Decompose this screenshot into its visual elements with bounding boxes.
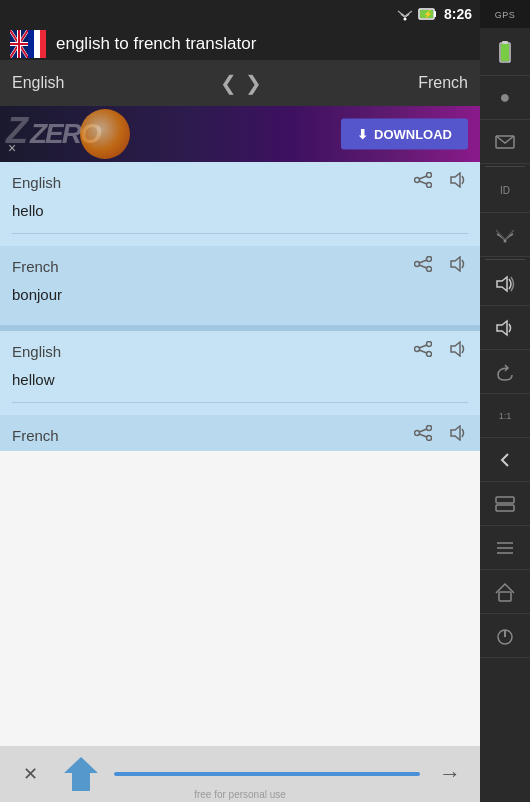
svg-point-33	[415, 178, 420, 183]
source-share-icon-1[interactable]	[414, 172, 432, 192]
source-text-1: hello	[12, 198, 468, 227]
svg-point-46	[427, 352, 432, 357]
back-icon[interactable]	[480, 438, 530, 482]
home-button[interactable]	[60, 753, 102, 795]
svg-line-36	[419, 181, 427, 184]
bottom-forward-button[interactable]: →	[432, 756, 468, 792]
svg-line-48	[419, 350, 427, 353]
download-arrow-icon: ⬇	[357, 127, 368, 142]
svg-rect-17	[434, 11, 436, 17]
ad-close-button[interactable]: ×	[8, 140, 16, 156]
right-panel: GPS ● ID 1:1	[480, 0, 530, 802]
signal-icon	[480, 213, 530, 257]
svg-rect-1	[502, 41, 508, 44]
source-share-icon-2[interactable]	[414, 341, 432, 361]
source-card-header-2: English	[12, 341, 468, 361]
status-bar: ⚡ 8:26	[0, 0, 480, 28]
power-icon[interactable]	[480, 614, 530, 658]
source-volume-icon-2[interactable]	[448, 341, 468, 361]
source-language-label: English	[12, 74, 64, 92]
svg-rect-7	[496, 497, 514, 503]
volume-up-icon[interactable]	[480, 262, 530, 306]
volume-down-icon[interactable]	[480, 306, 530, 350]
svg-rect-31	[40, 30, 46, 58]
source-card-1: English hello	[0, 162, 480, 244]
svg-rect-8	[496, 505, 514, 511]
svg-line-35	[419, 176, 427, 179]
target-card-header-1: French	[12, 256, 468, 276]
svg-rect-2	[501, 44, 509, 61]
target-lang-label-2: French	[12, 427, 59, 444]
app-logo	[10, 30, 46, 58]
svg-point-50	[427, 426, 432, 431]
next-language-arrow[interactable]: ❯	[245, 71, 262, 95]
target-volume-icon-2[interactable]	[448, 425, 468, 445]
recent-apps-icon[interactable]	[480, 482, 530, 526]
svg-point-39	[415, 262, 420, 267]
svg-marker-55	[451, 426, 460, 440]
status-icons: ⚡	[396, 7, 438, 21]
bottom-watermark: free for personal use	[194, 789, 286, 800]
svg-point-32	[427, 173, 432, 178]
target-volume-icon-1[interactable]	[448, 256, 468, 276]
target-language-label: French	[418, 74, 468, 92]
target-text-1: bonjour	[12, 282, 468, 311]
svg-point-52	[427, 436, 432, 441]
language-arrows: ❮ ❯	[220, 71, 262, 95]
svg-line-41	[419, 260, 427, 263]
source-card-actions-1	[414, 172, 468, 192]
target-share-icon-1[interactable]	[414, 256, 432, 276]
svg-line-53	[419, 429, 427, 432]
translation-pair-1: English hello	[0, 162, 480, 321]
source-card-actions-2	[414, 341, 468, 361]
prev-language-arrow[interactable]: ❮	[220, 71, 237, 95]
app-area: ⚡ 8:26 english to french translator Engl…	[0, 0, 480, 802]
circle-icon: ●	[480, 76, 530, 120]
source-volume-icon-1[interactable]	[448, 172, 468, 192]
home-icon[interactable]	[480, 570, 530, 614]
svg-point-38	[427, 257, 432, 262]
translation-pair-2: English hellow French	[0, 331, 480, 451]
svg-point-51	[415, 431, 420, 436]
language-bar: English ❮ ❯ French	[0, 60, 480, 106]
rotate-icon[interactable]	[480, 350, 530, 394]
svg-marker-43	[451, 257, 460, 271]
aspect-ratio-icon: 1:1	[480, 394, 530, 438]
download-label: DOWNLOAD	[374, 127, 452, 142]
id-icon: ID	[480, 169, 530, 213]
ad-banner: Z ZERO ⬇ DOWNLOAD ×	[0, 106, 480, 162]
bottom-bar: ✕ → free for personal use	[0, 746, 480, 802]
source-lang-label-1: English	[12, 174, 61, 191]
forward-icon: →	[439, 761, 461, 787]
mail-icon	[480, 120, 530, 164]
bottom-close-button[interactable]: ✕	[12, 756, 48, 792]
svg-line-42	[419, 265, 427, 268]
ad-download-button[interactable]: ⬇ DOWNLOAD	[341, 119, 468, 150]
target-card-header-2: French	[12, 425, 468, 445]
battery-status-icon: ⚡	[418, 7, 438, 21]
svg-rect-30	[34, 30, 40, 58]
svg-point-4	[504, 239, 507, 242]
close-icon: ✕	[23, 763, 38, 785]
source-lang-label-2: English	[12, 343, 61, 360]
target-card-2: French	[0, 415, 480, 451]
source-card-divider-2	[12, 402, 468, 403]
target-card-actions-2	[414, 425, 468, 445]
svg-marker-6	[497, 321, 507, 335]
svg-rect-12	[499, 592, 511, 601]
menu-icon[interactable]	[480, 526, 530, 570]
target-share-icon-2[interactable]	[414, 425, 432, 445]
app-title: english to french translator	[56, 34, 256, 54]
source-card-header-1: English	[12, 172, 468, 192]
ad-orb	[80, 109, 130, 159]
source-card-2: English hellow	[0, 331, 480, 413]
target-card-actions-1	[414, 256, 468, 276]
svg-point-44	[427, 342, 432, 347]
svg-line-54	[419, 434, 427, 437]
target-lang-label-1: French	[12, 258, 59, 275]
svg-point-45	[415, 347, 420, 352]
source-text-2: hellow	[12, 367, 468, 396]
translation-list: English hello	[0, 162, 480, 451]
svg-rect-29	[28, 30, 34, 58]
svg-point-34	[427, 183, 432, 188]
